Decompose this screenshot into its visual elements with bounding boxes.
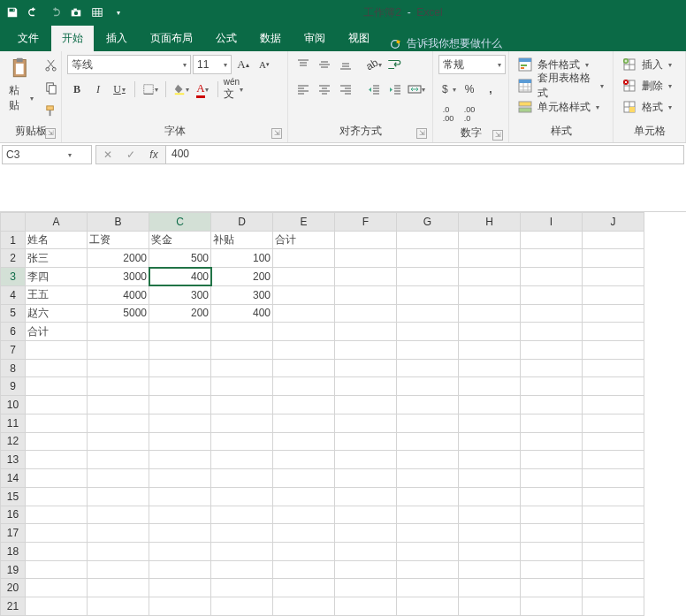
cell-F18[interactable]: [335, 542, 397, 560]
cell-C8[interactable]: [149, 359, 211, 377]
cell-C5[interactable]: 200: [149, 304, 211, 323]
col-header-F[interactable]: F: [335, 213, 397, 232]
cell-E1[interactable]: 合计: [273, 231, 335, 249]
cell-G13[interactable]: [397, 451, 459, 469]
cell-B12[interactable]: [88, 432, 149, 451]
cell-H14[interactable]: [459, 469, 521, 488]
cell-B2[interactable]: 2000: [88, 249, 149, 268]
cell-A7[interactable]: [26, 341, 88, 360]
italic-button[interactable]: I: [88, 80, 108, 99]
cell-B10[interactable]: [88, 396, 149, 414]
cell-G2[interactable]: [397, 249, 459, 268]
cell-F16[interactable]: [335, 506, 397, 524]
cell-A1[interactable]: 姓名: [26, 231, 88, 249]
cell-E4[interactable]: [273, 285, 335, 304]
cell-F17[interactable]: [335, 524, 397, 543]
cell-F7[interactable]: [335, 341, 397, 360]
cell-B4[interactable]: 4000: [88, 285, 149, 304]
decrease-decimal-icon[interactable]: .00.0: [460, 104, 479, 124]
row-header-12[interactable]: 12: [1, 432, 26, 451]
select-all-corner[interactable]: [1, 213, 26, 232]
cell-J20[interactable]: [583, 579, 644, 597]
cell-H13[interactable]: [459, 451, 521, 469]
cell-A11[interactable]: [26, 414, 88, 432]
cell-J10[interactable]: [583, 396, 644, 414]
cell-A18[interactable]: [26, 542, 88, 560]
row-header-1[interactable]: 1: [1, 231, 26, 249]
cell-B8[interactable]: [88, 359, 149, 377]
tab-formula[interactable]: 公式: [205, 26, 248, 51]
cell-G7[interactable]: [397, 341, 459, 360]
cell-F6[interactable]: [335, 323, 397, 341]
redo-icon[interactable]: [48, 5, 62, 19]
tab-view[interactable]: 视图: [338, 26, 380, 51]
cell-D12[interactable]: [211, 432, 273, 451]
cell-J3[interactable]: [583, 268, 644, 286]
cell-I16[interactable]: [521, 506, 583, 524]
cell-D16[interactable]: [211, 506, 273, 524]
cell-G15[interactable]: [397, 487, 459, 506]
cell-D14[interactable]: [211, 469, 273, 488]
cell-H19[interactable]: [459, 560, 521, 579]
cell-A6[interactable]: 合计: [26, 323, 88, 341]
align-bottom-icon[interactable]: [336, 55, 355, 74]
cell-J14[interactable]: [583, 469, 644, 488]
row-header-13[interactable]: 13: [1, 451, 26, 469]
paste-button[interactable]: 粘贴▾: [5, 55, 37, 115]
tell-me[interactable]: 告诉我你想要做什么: [389, 36, 502, 51]
row-header-14[interactable]: 14: [1, 469, 26, 488]
cell-I14[interactable]: [521, 469, 583, 488]
cell-C20[interactable]: [149, 579, 211, 597]
cell-J5[interactable]: [583, 304, 644, 323]
row-header-16[interactable]: 16: [1, 506, 26, 524]
cell-J19[interactable]: [583, 560, 644, 579]
cell-E19[interactable]: [273, 560, 335, 579]
cancel-formula-icon[interactable]: ✕: [96, 148, 119, 161]
col-header-I[interactable]: I: [521, 213, 583, 232]
grow-font-icon[interactable]: A▴: [233, 55, 253, 74]
row-header-9[interactable]: 9: [1, 377, 26, 396]
cell-J2[interactable]: [583, 249, 644, 268]
cell-H18[interactable]: [459, 542, 521, 560]
cell-I15[interactable]: [521, 487, 583, 506]
cell-A9[interactable]: [26, 377, 88, 396]
cell-A5[interactable]: 赵六: [26, 304, 88, 323]
cell-A15[interactable]: [26, 487, 88, 506]
percent-icon[interactable]: %: [460, 80, 479, 99]
cell-G14[interactable]: [397, 469, 459, 488]
cell-J4[interactable]: [583, 285, 644, 304]
cell-F20[interactable]: [335, 579, 397, 597]
cell-G3[interactable]: [397, 268, 459, 286]
qat-customize-icon[interactable]: ▾: [111, 5, 126, 19]
tab-review[interactable]: 审阅: [293, 26, 336, 51]
delete-cells-button[interactable]: 删除▾: [619, 76, 675, 95]
cell-H4[interactable]: [459, 285, 521, 304]
accounting-format-icon[interactable]: $▾: [438, 80, 458, 99]
format-cells-button[interactable]: 格式▾: [619, 97, 675, 117]
cell-B16[interactable]: [88, 506, 149, 524]
cell-H5[interactable]: [459, 304, 521, 323]
cell-J16[interactable]: [583, 506, 644, 524]
cell-E9[interactable]: [273, 377, 335, 396]
cell-C12[interactable]: [149, 432, 211, 451]
cell-A2[interactable]: 张三: [26, 249, 88, 268]
align-top-icon[interactable]: [293, 55, 313, 74]
fx-icon[interactable]: fx: [142, 148, 165, 161]
cell-G17[interactable]: [397, 524, 459, 543]
col-header-H[interactable]: H: [459, 213, 521, 232]
cell-I3[interactable]: [521, 268, 583, 286]
wrap-text-button[interactable]: [385, 56, 403, 73]
align-dialog-icon[interactable]: ⇲: [416, 128, 427, 139]
tab-data[interactable]: 数据: [249, 26, 292, 51]
cell-G6[interactable]: [397, 323, 459, 341]
cell-J8[interactable]: [583, 359, 644, 377]
format-painter-icon[interactable]: [41, 101, 60, 120]
cell-B21[interactable]: [88, 597, 149, 616]
cell-H6[interactable]: [459, 323, 521, 341]
cell-F21[interactable]: [335, 597, 397, 616]
cell-D8[interactable]: [211, 359, 273, 377]
row-header-17[interactable]: 17: [1, 524, 26, 543]
cell-C21[interactable]: [149, 597, 211, 616]
cell-J6[interactable]: [583, 323, 644, 341]
cell-A17[interactable]: [26, 524, 88, 543]
